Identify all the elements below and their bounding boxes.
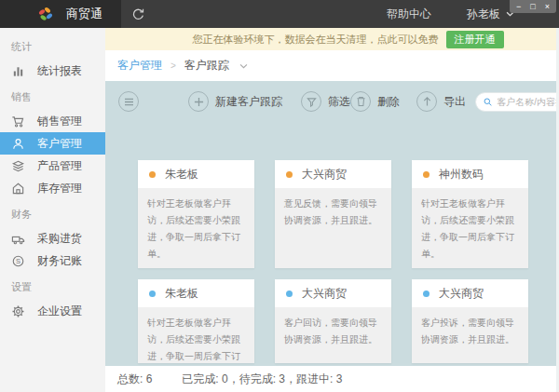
card-description: 针对王老板做客户拜访，后续还需要小荣跟进，争取一周后拿下订单。 — [138, 307, 254, 363]
svg-text:S: S — [16, 257, 20, 265]
sidebar-section-sales: 销售 — [0, 82, 105, 110]
filter-button[interactable]: 筛选 — [301, 91, 350, 112]
export-up-arrow-icon — [416, 91, 437, 112]
status-dot — [149, 291, 156, 297]
search-input[interactable] — [497, 97, 559, 107]
follow-up-card[interactable]: 朱老板 针对王老板做客户拜访，后续还需要小荣跟进，争取一周后拿下订单。 — [138, 160, 254, 268]
delete-label: 删除 — [377, 94, 400, 110]
status-total: 总数: 6 — [117, 372, 152, 387]
card-header: 神州数码 — [412, 160, 528, 188]
breadcrumb: 客户管理 > 客户跟踪 — [105, 50, 559, 81]
card-description: 客户回访，需要向领导协调资源，并且跟进。 — [275, 307, 391, 356]
user-menu[interactable]: 孙老板 — [467, 7, 514, 22]
follow-up-card[interactable]: 朱老板 针对王老板做客户拜访，后续还需要小荣跟进，争取一周后拿下订单。 — [138, 279, 254, 363]
card-description: 针对王老板做客户拜访，后续还需要小荣跟进，争取一周后拿下订单。 — [412, 188, 528, 268]
breadcrumb-chevron-down-icon[interactable] — [239, 63, 248, 69]
app-logo: 商贸通 — [0, 0, 121, 28]
sidebar-item-bookkeeping[interactable]: S 财务记账 — [0, 250, 105, 272]
new-follow-up-label: 新建客户跟踪 — [215, 94, 282, 110]
toolbar: 新建客户跟踪 筛选 删除 — [118, 90, 559, 113]
close-button[interactable]: × — [545, 0, 550, 13]
export-button[interactable]: 导出 — [416, 91, 466, 112]
card-header: 大兴商贸 — [275, 160, 391, 188]
sidebar-item-label: 客户管理 — [37, 136, 82, 152]
trash-icon — [350, 91, 371, 112]
card-description: 客户投诉，需要向领导协调资源，并且跟进。 — [412, 307, 528, 356]
window-controls: − □ × — [510, 0, 556, 13]
user-name: 孙老板 — [467, 7, 500, 22]
layers-icon — [11, 158, 26, 173]
plus-icon — [188, 91, 209, 112]
sidebar-item-product-management[interactable]: 产品管理 — [0, 155, 105, 177]
follow-up-card[interactable]: 大兴商贸 意见反馈，需要向领导协调资源，并且跟进。 — [275, 160, 391, 268]
refresh-button[interactable] — [129, 5, 147, 23]
hamburger-icon — [124, 98, 134, 106]
app-logo-icon — [37, 6, 54, 22]
sidebar-item-inventory-management[interactable]: 库存管理 — [0, 177, 105, 199]
trial-notice-bar: 您正在体验环境下，数据会在当天清理，点此可以免费 注册开通 × — [105, 28, 559, 50]
app-window: 商贸通 帮助中心 孙老板 − □ × 统计 统计报表 — [0, 0, 559, 392]
sidebar-item-sales-management[interactable]: 销售管理 — [0, 110, 105, 132]
coin-icon: S — [11, 253, 26, 268]
status-dot — [286, 171, 293, 178]
sidebar-item-label: 销售管理 — [37, 114, 82, 129]
sidebar-section-settings: 设置 — [0, 272, 105, 300]
new-follow-up-button[interactable]: 新建客户跟踪 — [188, 91, 282, 112]
customer-name: 神州数码 — [439, 167, 484, 182]
follow-up-card[interactable]: 大兴商贸 客户投诉，需要向领导协调资源，并且跟进。 — [412, 279, 528, 363]
warehouse-icon — [11, 181, 26, 196]
gear-icon — [11, 304, 26, 318]
sidebar-section-finance: 财务 — [0, 199, 105, 227]
sidebar-item-label: 统计报表 — [37, 63, 82, 79]
filter-icon — [301, 91, 321, 112]
status-dot — [149, 171, 156, 178]
sidebar-item-label: 财务记账 — [37, 253, 82, 269]
sidebar-item-label: 采购进货 — [37, 231, 82, 247]
breadcrumb-separator: > — [170, 61, 176, 71]
register-button[interactable]: 注册开通 — [446, 31, 504, 48]
customer-name: 大兴商贸 — [439, 286, 484, 302]
breadcrumb-page: 客户跟踪 — [184, 58, 229, 74]
card-header: 大兴商贸 — [412, 279, 528, 307]
card-header: 大兴商贸 — [275, 279, 391, 307]
delete-button[interactable]: 删除 — [350, 91, 400, 112]
sidebar-item-label: 企业设置 — [37, 304, 82, 319]
follow-up-card[interactable]: 神州数码 针对王老板做客户拜访，后续还需要小荣跟进，争取一周后拿下订单。 — [412, 160, 528, 268]
sidebar-item-customer-management[interactable]: 客户管理 — [0, 132, 105, 155]
view-menu-button[interactable] — [118, 91, 139, 112]
customer-name: 朱老板 — [165, 286, 198, 302]
status-bar: 总数: 6 已完成: 0，待完成: 3，跟进中: 3 — [105, 366, 559, 392]
card-description: 意见反馈，需要向领导协调资源，并且跟进。 — [275, 188, 391, 237]
app-title: 商贸通 — [66, 6, 102, 22]
status-dot — [286, 291, 293, 297]
sidebar-item-statistics-report[interactable]: 统计报表 — [0, 60, 105, 82]
customer-name: 大兴商贸 — [302, 286, 347, 302]
customer-name: 朱老板 — [165, 167, 198, 182]
card-header: 朱老板 — [138, 160, 254, 188]
card-description: 针对王老板做客户拜访，后续还需要小荣跟进，争取一周后拿下订单。 — [138, 188, 254, 268]
sidebar-section-statistics: 统计 — [0, 32, 105, 60]
card-header: 朱老板 — [138, 279, 254, 307]
search-icon — [484, 97, 492, 107]
truck-icon — [11, 231, 26, 246]
help-center-link[interactable]: 帮助中心 — [387, 7, 431, 22]
bar-chart-icon — [11, 63, 26, 78]
breadcrumb-section[interactable]: 客户管理 — [117, 58, 162, 74]
refresh-icon — [131, 7, 145, 21]
status-dot — [423, 291, 429, 297]
sidebar: 统计 统计报表 销售 销售管理 客户管理 — [0, 28, 105, 392]
sidebar-item-purchasing[interactable]: 采购进货 — [0, 227, 105, 250]
trial-notice-text: 您正在体验环境下，数据会在当天清理，点此可以免费 — [193, 33, 439, 47]
content-area: 新建客户跟踪 筛选 删除 — [105, 81, 559, 366]
topbar: 商贸通 帮助中心 孙老板 − □ × — [0, 0, 559, 28]
minimize-button[interactable]: − — [516, 0, 521, 13]
cart-icon — [11, 114, 26, 128]
follow-up-card[interactable]: 大兴商贸 客户回访，需要向领导协调资源，并且跟进。 — [275, 279, 391, 363]
maximize-button[interactable]: □ — [530, 0, 535, 13]
sidebar-item-label: 产品管理 — [37, 158, 82, 174]
user-icon — [11, 136, 26, 151]
follow-up-card-grid: 朱老板 针对王老板做客户拜访，后续还需要小荣跟进，争取一周后拿下订单。 大兴商贸… — [138, 160, 559, 363]
sidebar-item-enterprise-settings[interactable]: 企业设置 — [0, 300, 105, 322]
export-label: 导出 — [443, 94, 466, 110]
main-column: 您正在体验环境下，数据会在当天清理，点此可以免费 注册开通 × 客户管理 > 客… — [105, 28, 559, 392]
